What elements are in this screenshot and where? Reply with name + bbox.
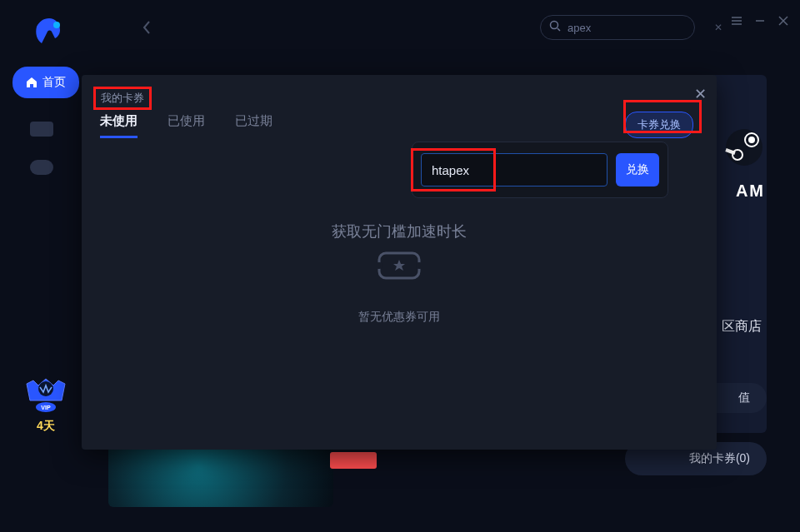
back-icon[interactable] [142,20,152,38]
tab-unused[interactable]: 未使用 [100,113,138,138]
home-button[interactable]: 首页 [12,67,79,98]
redeem-code-panel: 兑换 [412,142,668,198]
app-logo [30,15,68,53]
sidebar-item-monitor[interactable] [30,122,53,137]
promo-tag [330,452,377,469]
coupon-modal: 我的卡券 ✕ 未使用 已使用 已过期 卡券兑换 兑换 获取无门槛加速时长 暂无优… [82,75,717,450]
search-input[interactable] [568,22,708,34]
search-icon [549,20,561,35]
svg-text:VIP: VIP [41,405,51,410]
svg-point-18 [416,262,421,269]
menu-icon[interactable] [730,14,743,27]
svg-point-12 [726,129,762,166]
vip-days: 4天 [37,419,55,434]
redeem-submit-button[interactable]: 兑换 [616,153,659,186]
svg-point-7 [551,22,558,29]
tab-used[interactable]: 已使用 [168,113,205,138]
svg-line-8 [558,28,560,31]
tab-expired[interactable]: 已过期 [235,113,272,138]
steam-icon [725,128,763,167]
modal-title: 我的卡券 [93,87,152,110]
svg-point-17 [378,262,382,269]
minimize-icon[interactable] [753,14,767,27]
brand-text: AM [736,181,765,201]
svg-point-6 [53,22,60,28]
vip-badge[interactable]: VIP [20,374,72,414]
redeem-code-input[interactable] [421,153,608,186]
sidebar-item-gamepad[interactable] [30,160,53,175]
search-box[interactable]: ✕ [540,15,695,40]
home-label: 首页 [42,75,66,90]
store-label: 区商店 [722,318,762,336]
close-window-icon[interactable] [777,14,790,27]
ticket-icon [378,248,421,283]
promo-text: 获取无门槛加速时长 [332,221,467,241]
svg-point-14 [748,137,755,143]
highlight-box [623,100,702,133]
empty-state-text: 暂无优惠券可用 [358,310,440,325]
clear-search-icon[interactable]: ✕ [714,22,722,33]
